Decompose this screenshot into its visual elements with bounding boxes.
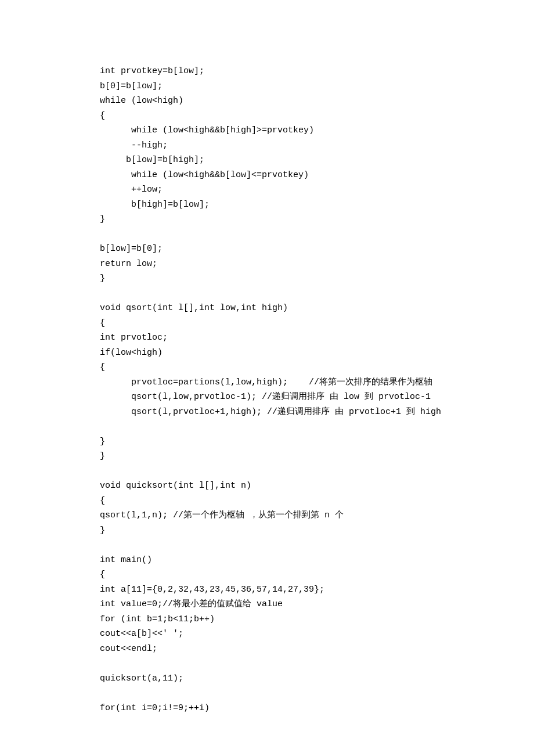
code-line — [100, 227, 534, 242]
code-line: cout<<endl; — [100, 642, 534, 657]
code-line: int main() — [100, 553, 534, 568]
code-line: b[low]=b[high]; — [100, 153, 534, 168]
code-line: int prvotkey=b[low]; — [100, 64, 534, 79]
code-line: cout<<a[b]<<' '; — [100, 627, 534, 642]
code-line: } — [100, 523, 534, 538]
code-line — [100, 656, 534, 671]
code-line: } — [100, 212, 534, 227]
code-line: } — [100, 271, 534, 286]
code-line: if(low<high) — [100, 345, 534, 361]
code-line — [100, 686, 534, 701]
code-line: qsort(l,prvotloc+1,high); //递归调用排序 由 prv… — [100, 405, 534, 420]
code-line: quicksort(a,11); — [100, 671, 534, 686]
code-line: void quicksort(int l[],int n) — [100, 478, 534, 494]
code-line — [100, 286, 534, 301]
code-line: while (low<high&&b[high]>=prvotkey) — [100, 123, 534, 138]
code-line — [100, 464, 534, 479]
code-line — [100, 538, 534, 553]
code-line: for (int b=1;b<11;b++) — [100, 612, 534, 627]
code-line: } — [100, 449, 534, 464]
code-line: b[0]=b[low]; — [100, 79, 534, 94]
code-line: int a[11]={0,2,32,43,23,45,36,57,14,27,3… — [100, 582, 534, 597]
code-document: int prvotkey=b[low];b[0]=b[low];while (l… — [0, 0, 534, 715]
code-line: prvotloc=partions(l,low,high); //将第一次排序的… — [100, 375, 534, 390]
code-line: qsort(l,low,prvotloc-1); //递归调用排序 由 low … — [100, 390, 534, 405]
code-line: b[low]=b[0]; — [100, 242, 534, 257]
code-line: qsort(l,1,n); //第一个作为枢轴 ，从第一个排到第 n 个 — [100, 508, 534, 523]
code-line: { — [100, 316, 534, 331]
code-line: { — [100, 567, 534, 582]
code-line: { — [100, 494, 534, 509]
code-line: while (low<high) — [100, 93, 534, 109]
code-line: { — [100, 109, 534, 124]
code-line: } — [100, 434, 534, 449]
code-line: --high; — [100, 138, 534, 153]
code-line: for(int i=0;i!=9;++i) — [100, 701, 534, 716]
code-line: while (low<high&&b[low]<=prvotkey) — [100, 168, 534, 183]
code-line: { — [100, 360, 534, 375]
code-line: int value=0;//将最小差的值赋值给 value — [100, 597, 534, 612]
code-line: void qsort(int l[],int low,int high) — [100, 301, 534, 316]
code-line: return low; — [100, 257, 534, 272]
code-line: int prvotloc; — [100, 330, 534, 345]
code-line — [100, 419, 534, 434]
code-line: ++low; — [100, 182, 534, 197]
code-line: b[high]=b[low]; — [100, 197, 534, 213]
